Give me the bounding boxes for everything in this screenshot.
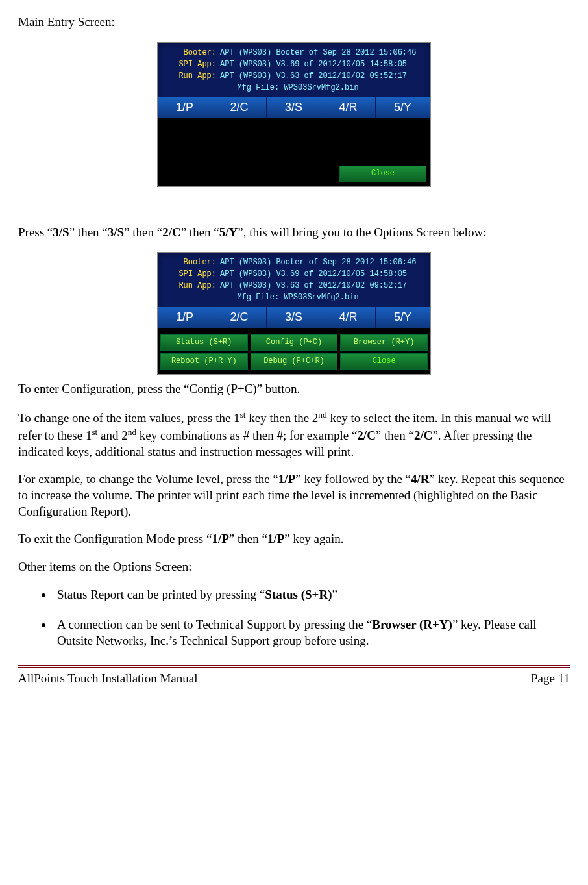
text: key then the 2 bbox=[246, 411, 319, 425]
text: To exit the Configuration Mode press “ bbox=[18, 532, 212, 545]
footer-page: Page 11 bbox=[531, 671, 570, 687]
text: Status Report can be printed by pressing… bbox=[57, 588, 265, 601]
options-list: Status Report can be printed by pressing… bbox=[18, 587, 570, 649]
key-ref: Status (S+R) bbox=[265, 588, 332, 601]
key-4r[interactable]: 4/R bbox=[321, 97, 376, 118]
debug-button[interactable]: Debug (P+C+R) bbox=[251, 353, 338, 370]
main-entry-screenshot: Booter:APT (WPS03) Booter of Sep 28 2012… bbox=[157, 42, 431, 187]
key-5y[interactable]: 5/Y bbox=[376, 307, 430, 327]
browser-button[interactable]: Browser (R+Y) bbox=[340, 334, 428, 351]
text: ” then “ bbox=[69, 225, 108, 239]
key-ref: Browser (R+Y) bbox=[372, 617, 452, 631]
text: ” then “ bbox=[124, 225, 162, 239]
booter-label: Booter: bbox=[169, 256, 216, 268]
volume-example-paragraph: For example, to change the Volume level,… bbox=[18, 471, 570, 519]
key-ref: 3/S bbox=[53, 225, 69, 239]
text: ” bbox=[332, 588, 337, 601]
press-sequence-paragraph: Press “3/S” then “3/S” then “2/C” then “… bbox=[18, 225, 570, 241]
text: ”, this will bring you to the Options Sc… bbox=[238, 225, 486, 239]
close-button[interactable]: Close bbox=[340, 353, 428, 370]
key-ref: 3/S bbox=[108, 225, 124, 239]
footer-title: AllPoints Touch Installation Manual bbox=[18, 671, 197, 687]
spi-label: SPI App: bbox=[169, 268, 216, 280]
key-3s[interactable]: 3/S bbox=[267, 97, 321, 118]
text: Press “ bbox=[18, 225, 53, 239]
status-button[interactable]: Status (S+R) bbox=[160, 334, 248, 351]
key-1p[interactable]: 1/P bbox=[158, 307, 212, 327]
key-4r[interactable]: 4/R bbox=[321, 307, 376, 327]
key-ref: 1/P bbox=[278, 472, 295, 486]
mfg-file: Mfg File: WPS03SrvMfg2.bin bbox=[169, 292, 426, 303]
key-ref: 2/C bbox=[357, 429, 376, 442]
booter-label: Booter: bbox=[169, 47, 216, 58]
text: ” then “ bbox=[376, 429, 414, 442]
booter-value: APT (WPS03) Booter of Sep 28 2012 15:06:… bbox=[220, 48, 416, 57]
spi-value: APT (WPS03) V3.69 of 2012/10/05 14:58:05 bbox=[220, 269, 407, 279]
blank-area bbox=[158, 118, 430, 163]
sup: nd bbox=[318, 410, 326, 419]
key-ref: 2/C bbox=[414, 429, 433, 442]
footer-divider bbox=[18, 665, 570, 668]
section-heading: Main Entry Screen: bbox=[18, 14, 570, 31]
other-items-heading: Other items on the Options Screen: bbox=[18, 559, 570, 575]
spi-label: SPI App: bbox=[169, 58, 216, 70]
text: A connection can be sent to Technical Su… bbox=[57, 617, 372, 631]
run-label: Run App: bbox=[169, 70, 216, 82]
reboot-button[interactable]: Reboot (P+R+Y) bbox=[160, 353, 248, 370]
text: key combinations as # then #; for exampl… bbox=[136, 429, 357, 442]
exit-paragraph: To exit the Configuration Mode press “1/… bbox=[18, 531, 570, 547]
text: For example, to change the Volume level,… bbox=[18, 472, 278, 486]
text: ” key again. bbox=[284, 532, 343, 545]
sup: st bbox=[92, 427, 97, 437]
text: ” key followed by the “ bbox=[295, 472, 411, 486]
key-ref: 5/Y bbox=[219, 225, 238, 239]
key-5y[interactable]: 5/Y bbox=[376, 97, 430, 118]
run-value: APT (WPS03) V3.63 of 2012/10/02 09:52:17 bbox=[220, 281, 407, 290]
options-screenshot: Booter:APT (WPS03) Booter of Sep 28 2012… bbox=[157, 252, 431, 375]
close-button[interactable]: Close bbox=[339, 166, 426, 182]
key-ref: 2/C bbox=[162, 225, 181, 239]
config-paragraph: To enter Configuration, press the “Confi… bbox=[18, 381, 570, 397]
run-value: APT (WPS03) V3.63 of 2012/10/02 09:52:17 bbox=[220, 71, 407, 81]
spi-value: APT (WPS03) V3.69 of 2012/10/05 14:58:05 bbox=[220, 60, 407, 69]
key-2c[interactable]: 2/C bbox=[212, 97, 267, 118]
mfg-file: Mfg File: WPS03SrvMfg2.bin bbox=[169, 82, 426, 93]
text: To change one of the item values, press … bbox=[18, 411, 240, 425]
key-ref: 4/R bbox=[411, 472, 430, 486]
key-2c[interactable]: 2/C bbox=[212, 307, 267, 327]
list-item: Status Report can be printed by pressing… bbox=[53, 587, 570, 603]
config-button[interactable]: Config (P+C) bbox=[251, 334, 338, 351]
key-1p[interactable]: 1/P bbox=[158, 97, 212, 118]
sup: nd bbox=[128, 427, 136, 437]
key-3s[interactable]: 3/S bbox=[267, 307, 321, 327]
change-item-paragraph: To change one of the item values, press … bbox=[18, 409, 570, 460]
sup: st bbox=[240, 410, 246, 419]
booter-value: APT (WPS03) Booter of Sep 28 2012 15:06:… bbox=[220, 258, 416, 267]
key-ref: 1/P bbox=[267, 532, 284, 545]
run-label: Run App: bbox=[169, 280, 216, 292]
boot-info: Booter:APT (WPS03) Booter of Sep 28 2012… bbox=[158, 253, 430, 307]
text: ” then “ bbox=[181, 225, 219, 239]
key-ref: 1/P bbox=[212, 532, 228, 545]
text: ” then “ bbox=[229, 532, 267, 545]
boot-info: Booter:APT (WPS03) Booter of Sep 28 2012… bbox=[158, 43, 430, 97]
list-item: A connection can be sent to Technical Su… bbox=[53, 617, 570, 649]
text: and 2 bbox=[97, 429, 127, 442]
